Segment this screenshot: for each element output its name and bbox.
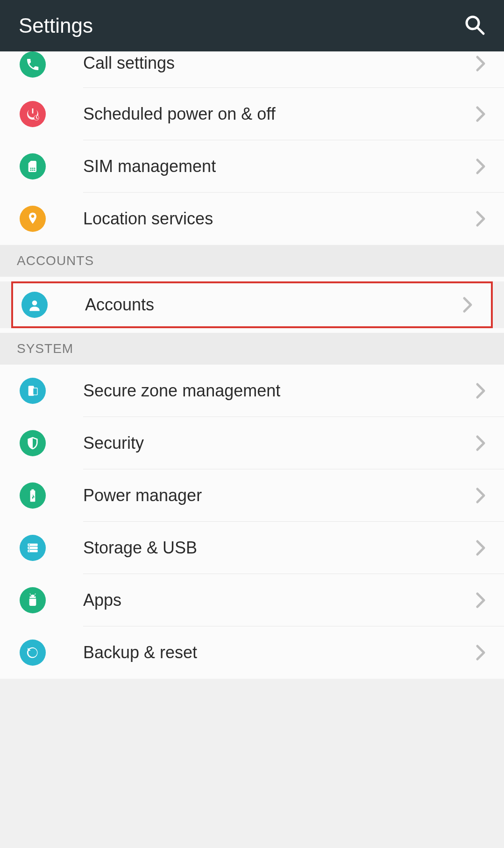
sim-card-icon [20,153,46,180]
power-schedule-icon [20,101,46,127]
chevron-right-icon [467,644,504,661]
row-label: Power manager [83,486,467,505]
shield-icon [20,430,46,456]
chevron-right-icon [467,51,504,72]
svg-rect-7 [33,388,37,395]
chevron-right-icon [467,487,504,504]
svg-point-11 [28,544,29,545]
icon-wrap [0,430,83,456]
storage-icon [20,535,46,561]
phone-icon [20,51,46,78]
row-label: Apps [83,590,467,610]
page-title: Settings [19,14,93,37]
person-icon [21,292,48,318]
chevron-right-icon [467,435,504,452]
svg-point-13 [28,550,29,551]
location-icon [20,206,46,232]
restore-icon [20,640,46,666]
section-header-accounts: ACCOUNTS [0,245,504,277]
row-label: Security [83,433,467,453]
row-accounts[interactable]: Accounts [13,283,491,326]
chevron-right-icon [467,210,504,227]
row-label: Secure zone management [83,381,467,401]
android-icon [20,587,46,613]
highlight-accounts: Accounts [11,281,493,328]
svg-point-12 [28,547,29,548]
row-label: Backup & reset [83,643,467,662]
row-label: Accounts [85,295,454,315]
icon-wrap [0,378,83,404]
chevron-right-icon [467,382,504,399]
chevron-right-icon [454,296,491,313]
row-storage-usb[interactable]: Storage & USB [0,522,504,574]
icon-wrap [0,640,83,666]
app-header: Settings [0,0,504,51]
icon-wrap [0,206,83,232]
devices-icon [20,378,46,404]
spacer [0,328,504,333]
row-label: Scheduled power on & off [83,104,467,124]
search-button[interactable] [464,14,485,37]
row-label: Call settings [83,51,467,73]
icon-wrap [0,101,83,127]
row-backup-reset[interactable]: Backup & reset [0,626,504,679]
row-label: SIM management [83,157,467,176]
row-security[interactable]: Security [0,417,504,469]
chevron-right-icon [467,106,504,122]
row-location-services[interactable]: Location services [0,193,504,245]
row-label: Storage & USB [83,538,467,558]
icon-wrap [0,535,83,561]
section-header-system: SYSTEM [0,333,504,365]
search-icon [464,14,485,36]
icon-wrap [0,482,83,509]
row-scheduled-power[interactable]: Scheduled power on & off [0,88,504,140]
chevron-right-icon [467,592,504,609]
row-call-settings[interactable]: Call settings [0,51,504,88]
battery-icon [20,482,46,509]
row-label: Location services [83,209,467,229]
svg-line-1 [477,28,483,34]
svg-point-4 [32,301,37,306]
icon-wrap [0,51,83,78]
spacer [0,277,504,281]
chevron-right-icon [467,158,504,175]
row-secure-zone[interactable]: Secure zone management [0,365,504,417]
row-power-manager[interactable]: Power manager [0,469,504,522]
icon-wrap [13,292,85,318]
row-apps[interactable]: Apps [0,574,504,626]
icon-wrap [0,153,83,180]
chevron-right-icon [467,539,504,556]
row-sim-management[interactable]: SIM management [0,140,504,193]
icon-wrap [0,587,83,613]
